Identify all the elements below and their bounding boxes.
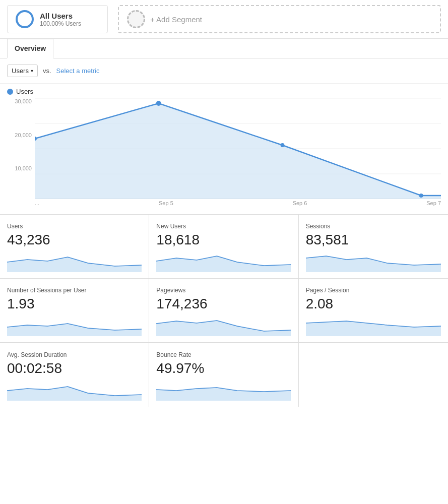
svg-marker-14 xyxy=(156,321,291,336)
segment-pct: 100.00% Users xyxy=(40,20,81,27)
stat-users-value: 43,236 xyxy=(7,232,142,248)
mini-chart-sessions xyxy=(306,252,441,272)
chart-container: 30,000 20,000 10,000 xyxy=(7,98,441,214)
mini-chart-bounce-rate xyxy=(156,381,291,401)
stat-avg-duration-value: 00:02:58 xyxy=(7,360,142,376)
chart-y-axis: 30,000 20,000 10,000 xyxy=(7,98,35,199)
chart-plot: ... Sep 5 Sep 6 Sep 7 xyxy=(35,98,441,214)
stat-sessions: Sessions 83,581 xyxy=(299,215,448,279)
add-segment-label: + Add Segment xyxy=(150,15,202,24)
stats-grid-row3: Avg. Session Duration 00:02:58 Bounce Ra… xyxy=(0,343,448,407)
y-label-30k: 30,000 xyxy=(15,98,32,104)
mini-chart-new-users xyxy=(156,252,291,272)
select-metric-link[interactable]: Select a metric xyxy=(56,67,100,75)
stat-new-users: New Users 18,618 xyxy=(149,215,298,279)
svg-marker-12 xyxy=(306,256,441,272)
stat-pageviews: Pageviews 174,236 xyxy=(149,279,298,343)
stat-sessions-per-user: Number of Sessions per User 1.93 xyxy=(0,279,149,343)
y-label-20k: 20,000 xyxy=(15,132,32,138)
stat-new-users-value: 18,618 xyxy=(156,232,291,248)
stat-pages-per-session-value: 2.08 xyxy=(306,296,441,312)
chart-svg xyxy=(35,98,441,199)
stat-pageviews-label: Pageviews xyxy=(156,287,291,294)
add-segment-button[interactable]: + Add Segment xyxy=(118,5,441,33)
stat-sessions-label: Sessions xyxy=(306,223,441,230)
vs-label: vs. xyxy=(43,67,51,75)
all-users-segment[interactable]: All Users 100.00% Users xyxy=(7,5,108,33)
metric-dropdown[interactable]: Users ▾ xyxy=(7,65,38,77)
x-label-dots: ... xyxy=(35,200,39,206)
metric-primary-label: Users xyxy=(12,67,29,75)
stat-users-label: Users xyxy=(7,223,142,230)
x-label-sep5: Sep 5 xyxy=(159,200,173,206)
stat-pageviews-value: 174,236 xyxy=(156,296,291,312)
stat-pages-per-session-label: Pages / Session xyxy=(306,287,441,294)
chart-section: Users 30,000 20,000 10,000 xyxy=(0,84,448,215)
tab-bar: Overview xyxy=(0,39,448,58)
metric-selector: Users ▾ vs. Select a metric xyxy=(0,58,448,84)
mini-chart-pageviews xyxy=(156,316,291,336)
chart-x-axis: ... Sep 5 Sep 6 Sep 7 xyxy=(35,199,441,206)
segment-circle-icon xyxy=(16,10,34,28)
mini-chart-pages-per-session xyxy=(306,316,441,336)
segment-bar: All Users 100.00% Users + Add Segment xyxy=(0,0,448,39)
x-label-sep7: Sep 7 xyxy=(426,200,441,206)
stat-bounce-rate-label: Bounce Rate xyxy=(156,351,291,358)
stat-users: Users 43,236 xyxy=(0,215,149,279)
stat-new-users-label: New Users xyxy=(156,223,291,230)
stat-sessions-per-user-label: Number of Sessions per User xyxy=(7,287,142,294)
svg-point-8 xyxy=(281,143,285,147)
svg-marker-5 xyxy=(35,103,441,199)
y-label-10k: 10,000 xyxy=(15,165,32,171)
segment-info: All Users 100.00% Users xyxy=(40,12,81,27)
svg-point-7 xyxy=(156,101,161,106)
stat-avg-session-duration: Avg. Session Duration 00:02:58 xyxy=(0,343,149,407)
stat-bounce-rate: Bounce Rate 49.97% xyxy=(149,343,298,407)
legend-dot-icon xyxy=(7,89,13,95)
svg-marker-17 xyxy=(156,388,291,401)
legend-label: Users xyxy=(16,88,33,95)
mini-chart-avg-duration xyxy=(7,381,142,401)
stat-sessions-per-user-value: 1.93 xyxy=(7,296,142,312)
svg-point-9 xyxy=(419,194,423,198)
dropdown-arrow-icon: ▾ xyxy=(31,68,33,74)
stat-bounce-rate-value: 49.97% xyxy=(156,360,291,376)
stat-avg-duration-label: Avg. Session Duration xyxy=(7,351,142,358)
segment-name: All Users xyxy=(40,12,81,20)
stats-grid-row1: Users 43,236 New Users 18,618 Sessions 8… xyxy=(0,215,448,343)
mini-chart-sessions-per-user xyxy=(7,316,142,336)
svg-marker-15 xyxy=(306,321,441,336)
tab-overview[interactable]: Overview xyxy=(7,39,53,58)
stat-pages-per-session: Pages / Session 2.08 xyxy=(299,279,448,343)
chart-legend: Users xyxy=(7,88,441,95)
add-segment-circle-icon xyxy=(127,10,145,28)
stat-sessions-value: 83,581 xyxy=(306,232,441,248)
stat-empty xyxy=(299,343,448,407)
mini-chart-users xyxy=(7,252,142,272)
x-label-sep6: Sep 6 xyxy=(293,200,307,206)
